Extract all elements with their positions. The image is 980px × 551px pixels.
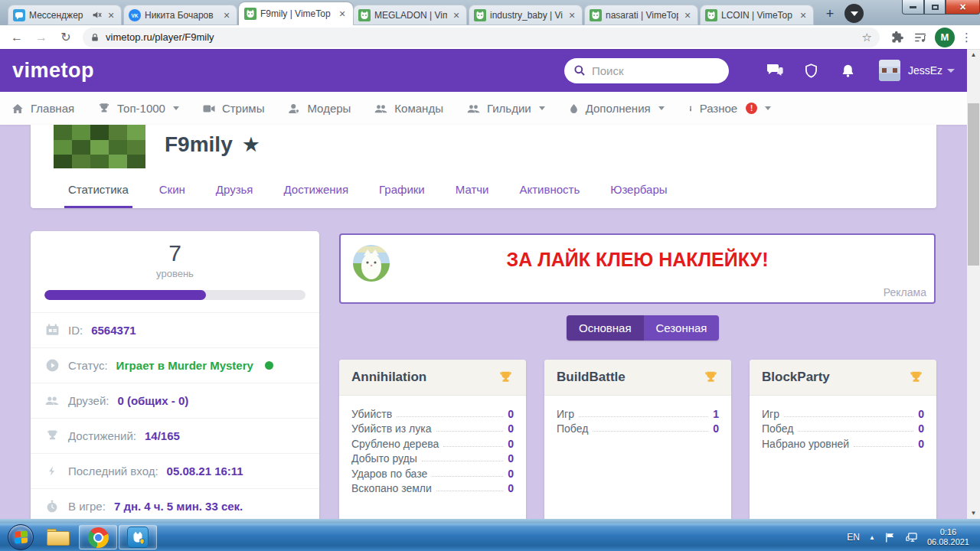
trophy-gold-icon[interactable] <box>498 370 514 386</box>
trophy-gold-icon[interactable] <box>908 370 924 386</box>
window-minimize-button[interactable] <box>902 0 924 15</box>
action-center-flag-icon[interactable] <box>884 532 896 543</box>
game-card-title: BuildBattle <box>557 370 626 385</box>
toggle-main-button[interactable]: Основная <box>567 315 644 341</box>
language-indicator[interactable]: EN <box>847 532 860 543</box>
taskbar-explorer-button[interactable] <box>39 525 77 549</box>
level-progress-fill <box>44 290 206 300</box>
taskbar-chrome-button[interactable] <box>79 525 117 549</box>
back-button[interactable]: ← <box>8 28 26 47</box>
nav-item-misc[interactable]: Разное ! <box>688 102 772 116</box>
forward-button[interactable]: → <box>32 28 51 47</box>
tab-close-icon[interactable]: × <box>221 10 232 21</box>
windows-logo-icon <box>15 530 28 543</box>
game-card-title: Annihilation <box>351 370 426 385</box>
network-icon[interactable] <box>905 532 918 543</box>
address-bar[interactable]: vimetop.ru/player/F9mily ☆ <box>83 28 880 47</box>
tab-close-icon[interactable]: × <box>337 8 348 19</box>
svg-text:VK: VK <box>131 12 138 18</box>
tab-activity[interactable]: Активность <box>515 174 583 208</box>
browser-tab-f9mily-active[interactable]: F9mily | VimeTop × <box>239 2 353 25</box>
new-tab-button[interactable]: + <box>820 4 840 24</box>
taskbar-vimeworld-button[interactable] <box>119 525 157 549</box>
browser-tab-lcoin[interactable]: LCOIN | VimeTop × <box>700 5 814 25</box>
nav-item-home[interactable]: Главная <box>11 102 74 116</box>
tab-statistics[interactable]: Статистика <box>64 174 132 208</box>
game-card-annihilation: Annihilation Убийств0 Убийств из лука0 С… <box>339 360 526 519</box>
trophy-gold-icon[interactable] <box>703 370 719 386</box>
nav-item-guilds[interactable]: Гильдии <box>466 102 545 116</box>
url-text: vimetop.ru/player/F9mily <box>106 31 856 43</box>
stats-mode-toggle: Основная Сезонная <box>567 315 719 341</box>
stat-line-label: Побед <box>557 422 588 435</box>
page-scrollbar[interactable]: ▲ ▼ <box>967 49 980 519</box>
stat-line: Побед0 <box>762 421 924 436</box>
browser-tab-nasarati[interactable]: nasarati | VimeTop × <box>584 5 698 25</box>
chevron-down-icon <box>851 11 858 16</box>
nav-label: Гильдии <box>487 102 531 115</box>
stat-label: ID: <box>68 324 83 337</box>
site-search[interactable] <box>564 58 729 83</box>
tab-friends[interactable]: Друзья <box>212 174 257 208</box>
bookmark-star-icon[interactable]: ☆ <box>862 31 872 44</box>
tab-search-button[interactable] <box>844 4 864 23</box>
window-close-button[interactable]: × <box>946 0 980 15</box>
extensions-puzzle-icon[interactable] <box>888 28 906 47</box>
stat-row-lastseen: Последний вход: 05.08.21 16:11 <box>31 453 319 488</box>
tab-close-icon[interactable]: × <box>567 10 577 21</box>
game-card-header: BuildBattle <box>544 360 731 396</box>
username[interactable]: JessEz <box>908 64 942 77</box>
stat-value: 05.08.21 16:11 <box>167 465 243 478</box>
nav-item-teams[interactable]: Команды <box>374 102 443 116</box>
nav-item-top1000[interactable]: Топ-1000 <box>97 102 179 116</box>
nav-label: Разное <box>700 102 738 115</box>
browser-profile-avatar[interactable]: M <box>935 28 955 47</box>
scroll-down-arrow[interactable]: ▼ <box>967 507 980 519</box>
clock-time: 0:16 <box>927 527 969 537</box>
nav-item-streams[interactable]: Стримы <box>202 102 265 116</box>
browser-menu-icon[interactable]: ⋮ <box>961 31 972 44</box>
star-icon[interactable]: ★ <box>242 132 260 157</box>
search-input[interactable] <box>592 64 707 77</box>
toggle-seasonal-button[interactable]: Сезонная <box>644 315 720 341</box>
ad-banner[interactable]: ЗА ЛАЙК КЛЕЮ НАКЛЕЙКУ! Реклама <box>339 233 936 304</box>
tray-expand-icon[interactable]: ▲ <box>869 534 875 541</box>
tab-matches[interactable]: Матчи <box>452 174 493 208</box>
stat-label: В игре: <box>68 500 106 513</box>
vimetop-icon <box>474 9 486 21</box>
scrollbar-thumb[interactable] <box>968 103 979 266</box>
messenger-icon <box>13 9 25 21</box>
scroll-up-arrow[interactable]: ▲ <box>967 49 980 60</box>
browser-tab-vk[interactable]: VK Никита Бочаров × <box>123 5 237 25</box>
tab-close-icon[interactable]: × <box>106 10 116 21</box>
browser-tab-industry-baby[interactable]: industry_baby | Vi × <box>469 5 583 25</box>
chevron-down-icon[interactable] <box>947 69 955 73</box>
browser-tab-megladon[interactable]: MEGLADON | Vim × <box>353 5 467 25</box>
tab-userbars[interactable]: Юзербары <box>606 174 671 208</box>
media-controls-icon[interactable] <box>911 28 929 47</box>
messages-icon[interactable] <box>765 60 785 80</box>
nav-item-addons[interactable]: Дополнения <box>568 102 665 116</box>
nav-item-moders[interactable]: Модеры <box>287 102 351 116</box>
tab-close-icon[interactable]: × <box>451 10 462 21</box>
video-camera-icon <box>202 102 216 116</box>
leader-line <box>436 431 504 432</box>
user-avatar[interactable] <box>879 60 900 81</box>
taskbar-clock[interactable]: 0:16 06.08.2021 <box>927 527 969 547</box>
nav-label: Стримы <box>222 102 265 115</box>
tab-close-icon[interactable]: × <box>798 10 808 21</box>
tab-graphs[interactable]: Графики <box>375 174 429 208</box>
tab-achievements[interactable]: Достижения <box>280 174 353 208</box>
browser-tab-messenger[interactable]: Мессенджер × <box>8 5 122 25</box>
start-button[interactable] <box>8 524 34 550</box>
level-label: уровень <box>31 268 319 279</box>
tab-close-icon[interactable]: × <box>682 10 693 21</box>
shield-icon[interactable] <box>802 60 822 80</box>
reload-button[interactable]: ↻ <box>57 28 75 47</box>
tab-audio-muted-icon[interactable] <box>92 10 102 20</box>
tab-skin[interactable]: Скин <box>155 174 189 208</box>
window-maximize-button[interactable] <box>924 0 946 15</box>
site-logo[interactable]: vimetop <box>12 59 94 83</box>
nav-label: Топ-1000 <box>117 102 165 115</box>
bell-icon[interactable] <box>838 60 858 80</box>
